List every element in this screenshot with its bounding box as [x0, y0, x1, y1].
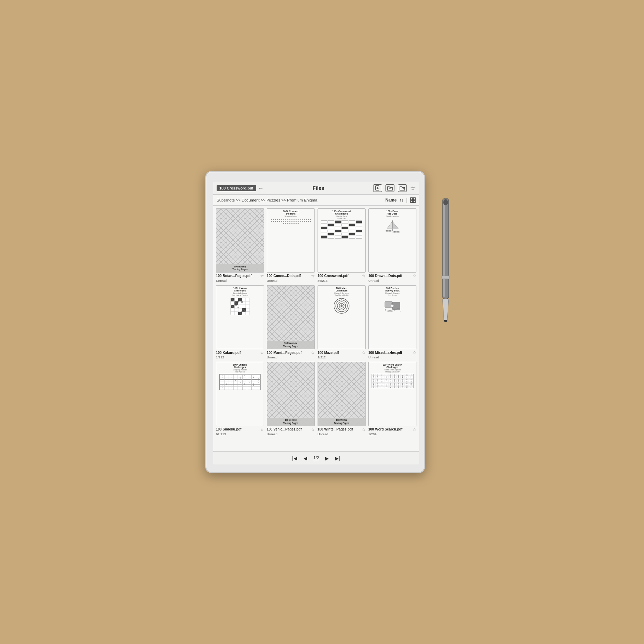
file-item[interactable]: 100+ MazeChallenges Elegantly EnhanceYou…: [318, 285, 366, 359]
divider: |: [406, 197, 407, 203]
file-item[interactable]: 100 PuzzlesActivity Book Elegantly Sharp…: [368, 285, 416, 359]
svg-text:14: 14: [235, 304, 237, 306]
file-thumbnail: 100+ KakuroChallenges Elegantly EnhanceY…: [216, 285, 264, 349]
svg-rect-11: [413, 200, 415, 203]
star-icon[interactable]: ☆: [362, 274, 366, 278]
pagination-bar: |◀ ◀ 1/2 ▶ ▶|: [213, 451, 419, 464]
svg-rect-34: [246, 305, 250, 308]
star-icon[interactable]: ☆: [260, 427, 264, 432]
svg-marker-70: [442, 299, 449, 322]
file-thumbnail: 100 MandalaTracing Pages: [267, 285, 315, 349]
svg-rect-23: [231, 301, 234, 305]
file-name-row: 100 Crossword.pdf☆: [318, 274, 366, 278]
file-thumbnail: 100+ SudokuChallenges Elegantly Practice…: [216, 362, 264, 426]
svg-text:20: 20: [241, 301, 243, 303]
svg-rect-28: [246, 301, 250, 305]
file-status: 86/213: [318, 279, 366, 283]
star-icon[interactable]: ☆: [260, 274, 264, 278]
new-folder-icon[interactable]: [386, 184, 394, 192]
sort-direction-icon[interactable]: ↑↓: [399, 198, 403, 203]
svg-rect-22: [246, 298, 250, 301]
file-name-row: 100 Sudoku.pdf☆: [216, 427, 264, 432]
file-status: 62/213: [216, 432, 264, 436]
file-name-row: 100 Mixed...zzles.pdf☆: [368, 350, 416, 355]
file-status: 1/209: [368, 432, 416, 436]
file-thumbnail: 100 BotanyTracing Pages: [216, 208, 264, 273]
current-file-tag[interactable]: 100 Crossword.pdf: [217, 185, 256, 191]
star-icon[interactable]: ☆: [362, 427, 366, 432]
star-icon[interactable]: ☆: [413, 350, 416, 355]
first-page-button[interactable]: |◀: [292, 456, 297, 461]
star-icon[interactable]: ☆: [362, 350, 366, 355]
file-status: Unread: [368, 279, 416, 283]
star-icon[interactable]: ☆: [260, 350, 264, 355]
back-arrow-icon[interactable]: ←: [258, 185, 264, 191]
file-name: 100 Botan...Pages.pdf: [216, 274, 252, 278]
new-file-icon[interactable]: [373, 184, 382, 192]
file-name-row: 100 Mand...Pages.pdf☆: [267, 350, 315, 355]
file-name: 100 Winte...Pages.pdf: [318, 427, 353, 431]
svg-rect-32: [238, 305, 242, 308]
file-item[interactable]: 100+ KakuroChallenges Elegantly EnhanceY…: [216, 285, 264, 359]
svg-marker-14: [387, 221, 392, 228]
star-icon[interactable]: ☆: [413, 427, 416, 432]
file-item[interactable]: 100+ Word SearchChallenges Refine Your C…: [368, 362, 416, 436]
svg-marker-13: [392, 221, 399, 229]
next-page-button[interactable]: ▶: [325, 456, 329, 461]
file-thumbnail: 100+ Drawthe Dots Simply relaxing: [368, 208, 416, 273]
svg-rect-33: [242, 305, 246, 308]
file-thumbnail: 100+ MazeChallenges Elegantly EnhanceYou…: [318, 285, 366, 349]
file-name-row: 100 Vehic...Pages.pdf☆: [267, 427, 315, 432]
move-icon[interactable]: [398, 184, 407, 192]
breadcrumb[interactable]: Supernote >> Document >> Puzzles >> Prem…: [217, 198, 317, 202]
file-thumbnail: 100 VehicleTracing Pages: [267, 362, 315, 426]
breadcrumb-bar: Supernote >> Document >> Puzzles >> Prem…: [213, 195, 419, 206]
file-item[interactable]: 100 VehicleTracing Pages 100 Vehic...Pag…: [267, 362, 315, 436]
file-name: 100 Kakuro.pdf: [216, 351, 241, 355]
file-status: Unread: [267, 355, 315, 359]
file-item[interactable]: 100+ Connectthe Dots Simply relaxing 100…: [267, 208, 315, 283]
svg-marker-73: [444, 320, 447, 322]
star-icon[interactable]: ☆: [311, 274, 315, 278]
file-item[interactable]: 100 BotanyTracing Pages 100 Botan...Page…: [216, 208, 264, 283]
sort-label[interactable]: Name: [386, 198, 397, 203]
svg-rect-40: [246, 308, 250, 312]
file-status: Unread: [216, 279, 264, 283]
file-name-row: 100 Winte...Pages.pdf☆: [318, 427, 366, 432]
file-thumbnail: 100+ CrosswordChallenges Mental Gymfor W…: [318, 208, 366, 273]
svg-rect-69: [443, 200, 445, 297]
file-thumbnail: 100+ Connectthe Dots Simply relaxing: [267, 208, 315, 273]
file-item[interactable]: 100+ CrosswordChallenges Mental Gymfor W…: [318, 208, 366, 283]
svg-rect-9: [413, 198, 415, 200]
file-item[interactable]: 100 MandalaTracing Pages 100 Mand...Page…: [267, 285, 315, 359]
file-name: 100 Mand...Pages.pdf: [267, 351, 302, 355]
svg-text:28: 28: [237, 307, 239, 309]
svg-rect-45: [242, 312, 246, 315]
file-item[interactable]: 100 WinterTracing Pages 100 Winte...Page…: [318, 362, 366, 436]
file-status: Unread: [318, 432, 366, 436]
file-name-row: 100 Conne...Dots.pdf☆: [267, 274, 315, 278]
svg-rect-36: [234, 308, 238, 312]
file-status: 1/212: [216, 355, 264, 359]
file-name-row: 100 Kakuro.pdf☆: [216, 350, 264, 355]
view-toggle[interactable]: [410, 197, 416, 203]
file-status: Unread: [267, 279, 315, 283]
file-grid: 100 BotanyTracing Pages 100 Botan...Page…: [216, 208, 416, 436]
file-status: 1/212: [318, 355, 366, 359]
file-item[interactable]: 100+ Drawthe Dots Simply relaxing 100 Dr…: [368, 208, 416, 283]
pen: [435, 198, 456, 322]
file-name: 100 Vehic...Pages.pdf: [267, 427, 302, 431]
favorites-icon[interactable]: ☆: [410, 184, 416, 192]
file-name-row: 100 Word Search.pdf☆: [368, 427, 416, 432]
last-page-button[interactable]: ▶|: [335, 456, 340, 461]
star-icon[interactable]: ☆: [413, 274, 416, 278]
star-icon[interactable]: ☆: [311, 350, 315, 355]
svg-text:5: 5: [245, 309, 246, 311]
svg-point-71: [443, 199, 448, 205]
star-icon[interactable]: ☆: [311, 427, 315, 432]
file-name: 100 Draw t...Dots.pdf: [368, 274, 402, 278]
svg-rect-46: [246, 312, 250, 315]
svg-rect-42: [234, 312, 238, 315]
file-item[interactable]: 100+ SudokuChallenges Elegantly Practice…: [216, 362, 264, 436]
prev-page-button[interactable]: ◀: [303, 456, 307, 461]
